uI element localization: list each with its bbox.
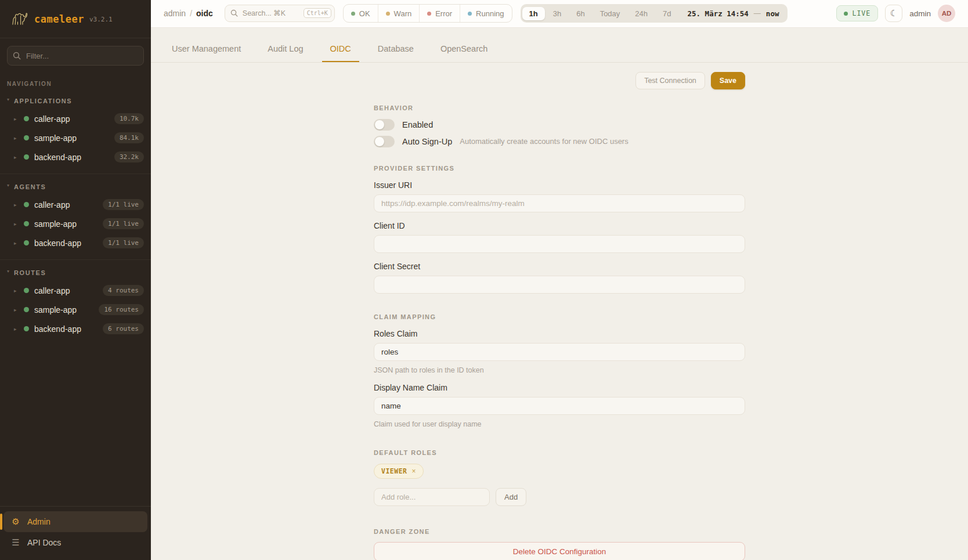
time-range-3h[interactable]: 3h	[546, 7, 568, 20]
count-badge: 84.1k	[114, 132, 144, 143]
time-range-7d[interactable]: 7d	[656, 7, 678, 20]
sidebar-item-agent-backend[interactable]: ▸ backend-app 1/1 live	[0, 233, 151, 252]
sidebar-item-routes-caller[interactable]: ▸ caller-app 4 routes	[0, 281, 151, 300]
status-dot	[24, 288, 29, 293]
status-filter-warn[interactable]: Warn	[378, 5, 420, 22]
section-title-behavior: BEHAVIOR	[374, 104, 745, 111]
filter-input[interactable]	[7, 46, 144, 66]
client-id-input[interactable]	[374, 235, 745, 253]
toggle-label: Auto Sign-Up	[402, 137, 452, 146]
delete-oidc-button[interactable]: Delete OIDC Configuration	[374, 542, 745, 560]
section-title-default-roles: DEFAULT ROLES	[374, 449, 745, 456]
status-dot	[24, 326, 29, 331]
status-filter-error[interactable]: Error	[419, 5, 460, 22]
role-chip-viewer: VIEWER ×	[374, 464, 424, 479]
toggle-label: Enabled	[402, 120, 433, 129]
chevron-right-icon: ▸	[14, 288, 19, 294]
status-dot	[24, 202, 29, 207]
close-icon[interactable]: ×	[412, 468, 416, 475]
tab-oidc[interactable]: OIDC	[322, 37, 359, 62]
chevron-down-icon: ▾	[7, 97, 9, 102]
sidebar-item-agent-caller[interactable]: ▸ caller-app 1/1 live	[0, 195, 151, 214]
status-dot	[24, 135, 29, 140]
menu-icon: ☰	[10, 537, 21, 548]
sidebar-item-api-docs[interactable]: ☰ API Docs	[3, 532, 147, 553]
sidebar-item-routes-backend[interactable]: ▸ backend-app 6 routes	[0, 319, 151, 338]
toggle-knob	[375, 120, 384, 129]
issuer-uri-input[interactable]	[374, 194, 745, 212]
group-header-agents[interactable]: ▾ AGENTS	[0, 180, 151, 195]
status-dot	[24, 154, 29, 160]
action-row: Test Connection Save	[374, 72, 745, 89]
live-badge: 1/1 live	[103, 237, 144, 248]
oidc-panel: Test Connection Save BEHAVIOR Enabled Au…	[151, 63, 968, 560]
tab-user-management[interactable]: User Management	[164, 37, 249, 62]
role-chip-row: VIEWER ×	[374, 464, 745, 479]
add-role-input[interactable]	[374, 488, 490, 506]
avatar[interactable]: AD	[938, 5, 955, 22]
chevron-right-icon: ▸	[14, 221, 19, 227]
time-range-1h[interactable]: 1h	[522, 7, 545, 20]
chevron-right-icon: ▸	[14, 326, 19, 332]
nav-group-routes: ▾ ROUTES ▸ caller-app 4 routes ▸ sample-…	[0, 259, 151, 345]
client-secret-input[interactable]	[374, 276, 745, 294]
tab-opensearch[interactable]: OpenSearch	[432, 37, 496, 62]
status-filter-group: OK Warn Error Running	[343, 4, 512, 23]
sidebar-filter	[7, 46, 144, 66]
group-header-applications[interactable]: ▾ APPLICATIONS	[0, 94, 151, 109]
breadcrumb-page: oidc	[196, 9, 213, 18]
ok-dot	[351, 12, 355, 16]
live-toggle[interactable]: LIVE	[836, 5, 879, 21]
theme-toggle-button[interactable]: ☾	[885, 5, 902, 22]
app-version: v3.2.1	[89, 16, 113, 23]
test-connection-button[interactable]: Test Connection	[635, 72, 705, 89]
sidebar-item-app-caller[interactable]: ▸ caller-app 10.7k	[0, 109, 151, 128]
sidebar-item-app-sample[interactable]: ▸ sample-app 84.1k	[0, 128, 151, 147]
toggle-hint: Automatically create accounts for new OI…	[460, 137, 628, 146]
breadcrumb-section[interactable]: admin	[164, 9, 186, 18]
time-to: now	[766, 9, 779, 18]
sidebar-item-app-backend[interactable]: ▸ backend-app 32.2k	[0, 147, 151, 167]
running-dot	[468, 12, 472, 16]
sidebar-item-agent-sample[interactable]: ▸ sample-app 1/1 live	[0, 214, 151, 233]
roles-claim-input[interactable]	[374, 343, 745, 361]
status-dot	[24, 240, 29, 245]
tab-audit-log[interactable]: Audit Log	[259, 37, 311, 62]
field-label-client-id: Client ID	[374, 221, 745, 230]
status-filter-ok[interactable]: OK	[344, 5, 378, 22]
auto-signup-toggle[interactable]	[374, 136, 395, 147]
status-dot	[24, 116, 29, 121]
time-range-today[interactable]: Today	[593, 7, 627, 20]
status-dot	[24, 221, 29, 226]
logo: cameleer v3.2.1	[0, 0, 151, 38]
tab-database[interactable]: Database	[370, 37, 422, 62]
breadcrumb-separator: /	[190, 9, 192, 18]
enabled-toggle[interactable]	[374, 119, 395, 131]
time-range-display: 25. März 14:54 — now	[680, 9, 786, 18]
save-button[interactable]: Save	[711, 72, 745, 89]
chevron-right-icon: ▸	[14, 154, 19, 160]
display-name-claim-hint: Claim used for user display name	[374, 420, 745, 428]
count-badge: 10.7k	[114, 113, 144, 124]
sidebar: cameleer v3.2.1 NAVIGATION ▾ APPLICATION…	[0, 0, 151, 560]
group-header-routes[interactable]: ▾ ROUTES	[0, 266, 151, 281]
chevron-right-icon: ▸	[14, 116, 19, 122]
group-title: ROUTES	[14, 269, 46, 276]
time-range-24h[interactable]: 24h	[628, 7, 655, 20]
add-role-button[interactable]: Add	[496, 488, 526, 506]
roles-claim-hint: JSON path to roles in the ID token	[374, 366, 745, 374]
nav-group-agents: ▾ AGENTS ▸ caller-app 1/1 live ▸ sample-…	[0, 174, 151, 259]
group-title: APPLICATIONS	[14, 97, 72, 104]
display-name-claim-input[interactable]	[374, 397, 745, 415]
user-name: admin	[909, 9, 931, 18]
status-filter-running[interactable]: Running	[460, 5, 511, 22]
moon-icon: ☾	[890, 8, 897, 19]
chevron-right-icon: ▸	[14, 307, 19, 313]
time-range-6h[interactable]: 6h	[569, 7, 591, 20]
sidebar-item-routes-sample[interactable]: ▸ sample-app 16 routes	[0, 300, 151, 319]
group-title: AGENTS	[14, 183, 46, 190]
sidebar-item-admin[interactable]: ⚙ Admin	[3, 511, 147, 532]
time-from: 25. März 14:54	[688, 9, 749, 18]
toggle-row-enabled: Enabled	[374, 119, 745, 131]
camel-logo-icon	[9, 8, 29, 30]
